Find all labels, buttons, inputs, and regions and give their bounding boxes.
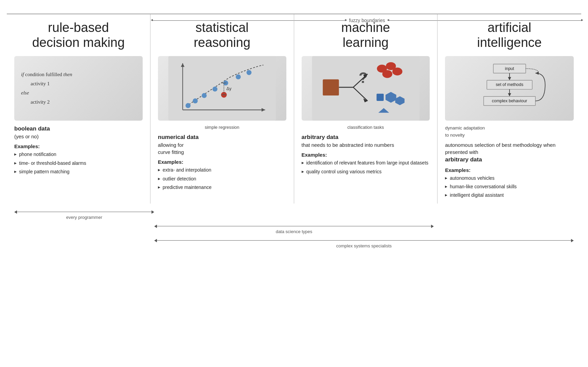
arrow-every-programmer: every programmer	[14, 210, 574, 220]
list-item: quality control using various metrics	[302, 168, 430, 175]
svg-point-6	[193, 99, 198, 104]
ai-diagram-svg: input set of methods complex behaviour	[465, 61, 554, 116]
list-item: time- or threshold-based alarms	[14, 159, 143, 167]
svg-text:input: input	[505, 66, 514, 71]
stat-illustration: Δy	[158, 56, 286, 121]
list-item: autonomous vehicles	[445, 174, 574, 182]
list-item: predictive maintenance	[158, 184, 286, 191]
svg-text:complex behaviour: complex behaviour	[492, 99, 527, 103]
stat-examples-label: Examples:	[158, 159, 286, 165]
arrow-data-science: data science types	[14, 225, 574, 234]
col-rule-title: rule-baseddecision making	[14, 20, 143, 50]
ml-data-sub: that needs to be abstracted into numbers	[302, 142, 394, 148]
ml-svg: ?	[302, 56, 430, 121]
svg-point-5	[185, 103, 191, 108]
svg-marker-36	[508, 77, 511, 81]
svg-point-28	[392, 68, 402, 75]
stat-svg: Δy	[158, 56, 286, 121]
bottom-arrows-section: every programmer data science types	[7, 204, 581, 252]
list-item: human-like conversational skills	[445, 183, 574, 190]
list-item: outlier detection	[158, 175, 286, 182]
main-grid: rule-baseddecision making if condition f…	[7, 14, 581, 204]
rule-activity1: activity 1	[21, 79, 50, 88]
rule-else: else	[21, 90, 29, 95]
svg-text:Δy: Δy	[226, 87, 231, 91]
col-ai-title: artificialintelligence	[445, 20, 574, 50]
svg-point-10	[236, 74, 241, 80]
list-item: identification of relevant features from…	[302, 159, 430, 167]
ml-caption: classification tasks	[302, 125, 430, 130]
ml-illustration: ?	[302, 56, 430, 121]
svg-point-27	[382, 70, 392, 78]
rule-data-bold: boolean data	[14, 125, 143, 133]
data-science-label: data science types	[276, 229, 313, 234]
rule-condition: condition fulfilled	[24, 72, 63, 77]
rule-illustration: if condition fulfilled then activity 1 e…	[14, 56, 143, 121]
arrow-complex-systems: complex systems specialists	[14, 239, 574, 248]
col-stat-title: statisticalreasoning	[158, 20, 286, 50]
svg-rect-29	[376, 94, 384, 101]
col-statistical: statisticalreasoning	[150, 14, 294, 204]
page-container: fuzzy boundaries rule-baseddecision maki…	[0, 14, 588, 367]
ml-data-bold: arbitrary data	[302, 133, 430, 141]
ai-examples-label: Examples:	[445, 167, 574, 173]
rule-activity2: activity 2	[21, 98, 50, 107]
stat-caption: simple regression	[158, 125, 286, 130]
ml-data-type: arbitrary data that needs to be abstract…	[302, 133, 430, 148]
svg-point-8	[212, 87, 217, 92]
stat-examples-list: extra- and interpolation outlier detecti…	[158, 166, 286, 191]
ai-illustration: input set of methods complex behaviour	[445, 56, 574, 121]
ai-data-type: autonomous selection of best methodology…	[445, 141, 574, 164]
complex-systems-label: complex systems specialists	[336, 243, 392, 248]
rule-examples-list: phone notification time- or threshold-ba…	[14, 151, 143, 175]
list-item: phone notification	[14, 151, 143, 158]
list-item: simple pattern matching	[14, 168, 143, 175]
list-item: intelligent digital assistant	[445, 191, 574, 199]
ai-data-bold: arbitrary data	[445, 156, 574, 164]
rule-then: then	[64, 72, 72, 77]
rule-data-type: boolean data (yes or no)	[14, 125, 143, 140]
ml-examples-label: Examples:	[302, 152, 430, 158]
list-item: extra- and interpolation	[158, 166, 286, 174]
rule-examples-label: Examples:	[14, 143, 143, 149]
ai-caption: dynamic adaptationto novelty	[445, 125, 574, 139]
ai-examples-list: autonomous vehicles human-like conversat…	[445, 174, 574, 199]
every-programmer-label: every programmer	[66, 215, 102, 220]
col-ml-title: machinelearning	[302, 20, 430, 50]
ml-examples-list: identification of relevant features from…	[302, 159, 430, 175]
stat-data-sub: allowing forcurve fitting	[158, 142, 184, 155]
rule-data-sub: (yes or no)	[14, 134, 39, 139]
col-ml: machinelearning ?	[294, 14, 438, 204]
svg-rect-19	[323, 80, 339, 96]
svg-point-7	[201, 93, 207, 98]
stat-data-type: numerical data allowing forcurve fitting	[158, 133, 286, 156]
svg-text:set of methods: set of methods	[496, 83, 523, 87]
svg-marker-40	[508, 93, 511, 97]
col-ai: artificialintelligence input set of meth…	[438, 14, 581, 204]
ai-data-sub: autonomous selection of best methodology…	[445, 142, 555, 155]
col-rule-based: rule-baseddecision making if condition f…	[7, 14, 150, 204]
stat-data-bold: numerical data	[158, 133, 286, 141]
svg-point-11	[246, 70, 251, 75]
